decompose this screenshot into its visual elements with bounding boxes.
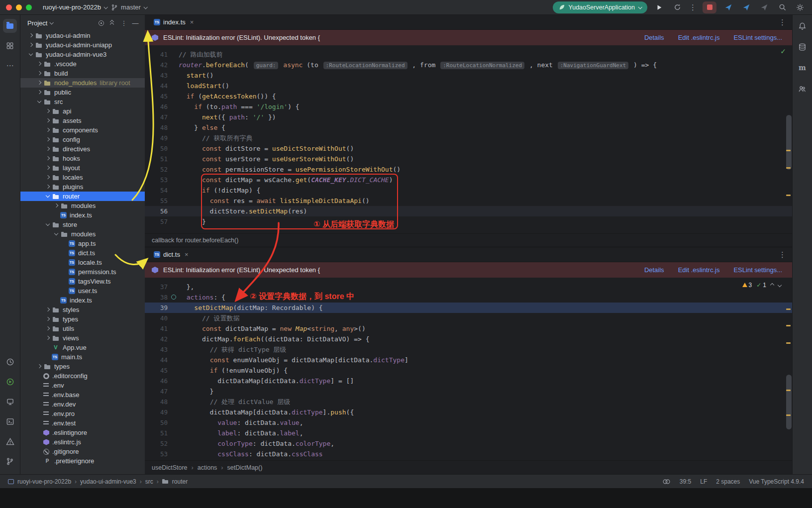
code-line-42[interactable]: 42router.beforeEach( guard: async (to :R… xyxy=(145,60,792,70)
tree-chevron-icon[interactable] xyxy=(44,144,52,154)
close-tab-icon[interactable]: × xyxy=(190,18,194,26)
code-with-me-icon[interactable] xyxy=(662,478,671,485)
code-line-43[interactable]: 43 // 获得 dictType 层级 xyxy=(145,344,792,355)
tree-item-styles[interactable]: styles xyxy=(20,305,145,314)
tree-chevron-icon[interactable] xyxy=(27,31,35,40)
tree-item-public[interactable]: public xyxy=(20,88,145,97)
line-number[interactable]: 48 xyxy=(145,397,168,407)
code-editor[interactable]: 41// 路由加载前42router.beforeEach( guard: as… xyxy=(145,45,792,233)
warning-stripe-mark[interactable] xyxy=(786,308,791,310)
tree-chevron-icon[interactable] xyxy=(36,59,43,69)
tree-item-tagsView.ts[interactable]: TStagsView.ts xyxy=(20,277,145,286)
tree-chevron-icon[interactable] xyxy=(44,333,52,343)
line-number[interactable]: 41 xyxy=(145,323,168,334)
services-tool-button[interactable] xyxy=(3,375,17,389)
code-line-52[interactable]: 52 colorType: dictData.colorType, xyxy=(145,438,792,449)
line-number[interactable]: 57 xyxy=(145,216,168,227)
banner-link[interactable]: ESLint settings... xyxy=(733,34,782,41)
banner-link[interactable]: Edit .eslintrc.js xyxy=(678,266,720,274)
tree-item-.vscode[interactable]: .vscode xyxy=(20,59,145,69)
code-editor[interactable]: 37 },38 actions: {39 setDictMap(dictMap:… xyxy=(145,278,792,460)
tree-item-main.ts[interactable]: TSmain.ts xyxy=(20,352,145,362)
banner-link[interactable]: Details xyxy=(644,34,664,41)
line-number[interactable]: 41 xyxy=(145,49,168,60)
tree-item-yudao-ui-admin-vue3[interactable]: yudao-ui-admin-vue3 xyxy=(20,50,145,59)
code-line-45[interactable]: 45 if (!enumValueObj) { xyxy=(145,365,792,376)
tree-item-.eslintrc.js[interactable]: .eslintrc.js xyxy=(20,437,145,447)
line-number[interactable]: 44 xyxy=(145,355,168,365)
run-button[interactable] xyxy=(653,1,665,13)
tree-chevron-icon[interactable] xyxy=(53,201,60,210)
code-line-43[interactable]: 43 start() xyxy=(145,70,792,81)
code-line-52[interactable]: 52 const permissionStore = usePermission… xyxy=(145,164,792,175)
warning-stripe-mark[interactable] xyxy=(786,325,791,326)
tree-item-.env.dev[interactable]: .env.dev xyxy=(20,400,145,409)
caret-position[interactable]: 39:5 xyxy=(680,478,691,485)
tree-chevron-icon[interactable] xyxy=(27,50,35,59)
tab-options-kebab[interactable]: ⋮ xyxy=(779,250,786,259)
close-window-button[interactable] xyxy=(6,4,12,10)
line-number[interactable]: 51 xyxy=(145,428,168,438)
code-line-44[interactable]: 44 loadStart() xyxy=(145,81,792,91)
line-ending[interactable]: LF xyxy=(700,478,707,485)
database-tool-button[interactable] xyxy=(797,41,809,53)
tree-chevron-icon[interactable] xyxy=(44,192,52,201)
line-number[interactable]: 40 xyxy=(145,313,168,323)
warning-stripe-mark[interactable] xyxy=(786,414,791,416)
stop-button[interactable] xyxy=(703,1,716,13)
line-number[interactable]: 37 xyxy=(145,282,168,292)
tree-item-src[interactable]: src xyxy=(20,97,145,106)
tree-chevron-icon[interactable] xyxy=(44,135,52,144)
code-line-54[interactable]: 54 if (!dictMap) { xyxy=(145,185,792,196)
indent-setting[interactable]: 2 spaces xyxy=(716,478,740,485)
recent-locations-button[interactable] xyxy=(3,355,17,369)
code-line-51[interactable]: 51 const userStore = useUserStoreWithOut… xyxy=(145,154,792,164)
line-number[interactable]: 44 xyxy=(145,81,168,91)
tab-index-ts[interactable]: TS index.ts × xyxy=(151,15,197,30)
tree-item-router[interactable]: router xyxy=(20,192,145,201)
tree-item-store[interactable]: store xyxy=(20,220,145,229)
code-line-42[interactable]: 42 dictMap.forEach((dictData: DictDataVO… xyxy=(145,334,792,344)
tree-item-.env.test[interactable]: .env.test xyxy=(20,418,145,428)
line-number[interactable]: 45 xyxy=(145,91,168,102)
tree-chevron-icon[interactable] xyxy=(36,69,43,78)
tree-item-components[interactable]: components xyxy=(20,125,145,135)
code-line-55[interactable]: 55 const res = await listSimpleDictDataA… xyxy=(145,196,792,206)
hide-panel-button[interactable]: — xyxy=(131,18,140,27)
tree-item-.env.base[interactable]: .env.base xyxy=(20,390,145,400)
banner-link[interactable]: Edit .eslintrc.js xyxy=(678,34,720,41)
scrollbar-thumb[interactable] xyxy=(786,375,792,429)
running-devices-button[interactable] xyxy=(3,395,17,408)
problems-tool-button[interactable] xyxy=(3,434,17,448)
line-number[interactable]: 53 xyxy=(145,175,168,185)
tree-chevron-icon[interactable] xyxy=(44,220,52,229)
line-number[interactable]: 49 xyxy=(145,133,168,143)
tree-chevron-icon[interactable] xyxy=(44,154,52,163)
tree-item-.eslintignore[interactable]: .eslintignore xyxy=(20,428,145,437)
code-line-47[interactable]: 47 next({ path: '/' }) xyxy=(145,112,792,122)
line-number[interactable]: 45 xyxy=(145,365,168,376)
code-line-48[interactable]: 48 // 处理 dictValue 层级 xyxy=(145,397,792,407)
gutter-ring-icon[interactable] xyxy=(168,292,179,303)
breadcrumb-item[interactable]: setDictMap() xyxy=(227,464,263,471)
tree-item-utils[interactable]: utils xyxy=(20,324,145,333)
git-tool-button[interactable] xyxy=(3,454,17,468)
tree-item-index.ts[interactable]: TSindex.ts xyxy=(20,210,145,220)
code-line-39[interactable]: 39 setDictMap(dictMap: Recordable) { xyxy=(145,303,792,313)
run-options-kebab[interactable]: ⋮ xyxy=(689,3,697,11)
status-path-item[interactable]: yudao-ui-admin-vue3 xyxy=(80,478,136,485)
tree-chevron-icon[interactable] xyxy=(44,125,52,135)
tree-item-directives[interactable]: directives xyxy=(20,144,145,154)
tree-item-modules[interactable]: modules xyxy=(20,201,145,210)
breadcrumb-item[interactable]: actions xyxy=(198,464,217,471)
code-line-53[interactable]: 53 cssClass: dictData.cssClass xyxy=(145,449,792,459)
zoom-window-button[interactable] xyxy=(26,4,32,10)
code-line-45[interactable]: 45 if (getAccessToken()) { xyxy=(145,91,792,102)
tree-item-hooks[interactable]: hooks xyxy=(20,154,145,163)
rerun-debug-button[interactable] xyxy=(671,1,683,13)
line-number[interactable]: 46 xyxy=(145,102,168,112)
inspections-ok-icon[interactable]: ✓ xyxy=(780,47,786,55)
status-path-item[interactable]: router xyxy=(172,478,188,485)
tree-chevron-icon[interactable] xyxy=(44,173,52,182)
code-line-53[interactable]: 53 const dictMap = wsCache.get(CACHE_KEY… xyxy=(145,175,792,185)
